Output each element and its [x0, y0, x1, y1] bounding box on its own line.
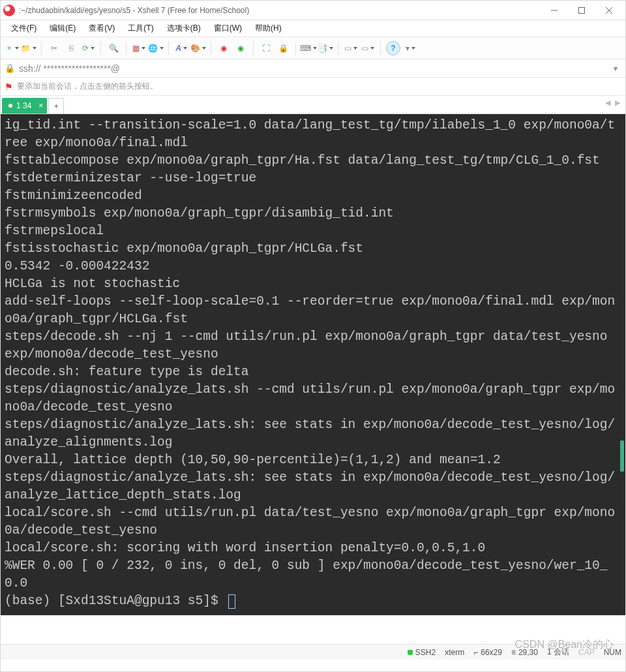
paste-button[interactable]: ⟳	[81, 41, 95, 55]
tab-nav[interactable]: ◀ ▶	[605, 99, 621, 107]
status-dot-icon	[408, 650, 413, 655]
app-icon	[3, 5, 15, 16]
menu-bar: 文件(F) 编辑(E) 查看(V) 工具(T) 选项卡(B) 窗口(W) 帮助(…	[1, 20, 625, 37]
menu-help[interactable]: 帮助(H)	[250, 20, 287, 37]
tab-add-button[interactable]: +	[48, 98, 64, 114]
terminal-output[interactable]: ig_tid.int --transition-scale=1.0 data/l…	[1, 114, 625, 615]
address-bar[interactable]: 🔒 ssh:// *******************@ ▾	[1, 59, 625, 78]
menu-view[interactable]: 查看(V)	[83, 20, 120, 37]
tab-strip: 1 34 × + ◀ ▶	[1, 96, 625, 114]
flag-icon: ⚑	[5, 82, 13, 92]
settings-button[interactable]: 📑	[318, 41, 333, 55]
hint-text: 要添加当前会话，点击左侧的箭头按钮。	[17, 81, 158, 92]
window2-button[interactable]: ▭	[361, 41, 375, 55]
new-session-button[interactable]: ＋	[5, 41, 19, 55]
status-size: ⌐ 66x29	[473, 648, 502, 657]
menu-tabs[interactable]: 选项卡(B)	[162, 20, 206, 37]
font-button[interactable]: A	[174, 41, 188, 55]
tab-active[interactable]: 1 34 ×	[2, 98, 47, 114]
minimize-button[interactable]	[541, 1, 568, 20]
status-term: xterm	[445, 648, 464, 657]
close-button[interactable]	[595, 1, 623, 20]
link-button[interactable]: ✂	[47, 41, 61, 55]
terminal-prompt: (base) [Sxd13StuA@gpu13 s5]$	[5, 592, 226, 610]
search-button[interactable]: 🔍	[106, 41, 121, 55]
address-text[interactable]: ssh:// *******************@	[19, 63, 610, 74]
menu-edit[interactable]: 编辑(E)	[44, 20, 81, 37]
status-bar: SSH2 xterm ⌐ 66x29 ≡ 29,30 1 会话 CAP NUM	[1, 644, 625, 660]
status-cursor: ≡ 29,30	[511, 648, 538, 657]
menu-file[interactable]: 文件(F)	[6, 20, 42, 37]
globe-button[interactable]: 🌐	[149, 41, 163, 55]
tab-label: 1 34	[16, 101, 31, 110]
address-dropdown-icon[interactable]: ▾	[610, 64, 621, 73]
copy-button[interactable]: ⎘	[64, 41, 78, 55]
maximize-button[interactable]	[568, 1, 595, 20]
tab-close-icon[interactable]: ×	[38, 101, 43, 110]
terminal-scroll-thumb[interactable]	[620, 440, 624, 472]
menu-tools[interactable]: 工具(T)	[123, 20, 158, 37]
help-button[interactable]: ?	[386, 41, 400, 55]
status-cap: CAP	[578, 648, 595, 657]
color-button[interactable]: 🎨	[191, 41, 205, 55]
record-button[interactable]: ◉	[216, 41, 231, 55]
fullscreen-button[interactable]: ⛶	[259, 41, 273, 55]
lock-button[interactable]: 🔒	[276, 41, 290, 55]
status-conn: SSH2	[408, 648, 436, 657]
layout-button[interactable]: ▦	[132, 41, 146, 55]
open-button[interactable]: 📁	[22, 41, 36, 55]
svg-rect-1	[579, 7, 585, 13]
status-num: NUM	[604, 648, 621, 657]
more-button[interactable]: ▾	[403, 41, 417, 55]
terminal-cursor	[228, 594, 235, 609]
toolbar: ＋ 📁 ✂ ⎘ ⟳ 🔍 ▦ 🌐 A 🎨 ◉ ◉ ⛶ 🔒 ⌨ 📑 ▭ ▭ ? ▾	[1, 37, 625, 59]
status-sessions: 1 会话	[547, 647, 569, 658]
lock-icon: 🔒	[5, 63, 15, 73]
window-title: :~/zhudaobin/kaldi/egs/yesno/s5 - Xshell…	[19, 6, 249, 15]
window1-button[interactable]: ▭	[344, 41, 358, 55]
hint-bar: ⚑ 要添加当前会话，点击左侧的箭头按钮。	[1, 78, 625, 96]
play-button[interactable]: ◉	[233, 41, 248, 55]
menu-window[interactable]: 窗口(W)	[209, 20, 247, 37]
keyboard-button[interactable]: ⌨	[301, 41, 316, 55]
title-bar: :~/zhudaobin/kaldi/egs/yesno/s5 - Xshell…	[1, 1, 625, 20]
tab-status-dot	[8, 104, 12, 108]
